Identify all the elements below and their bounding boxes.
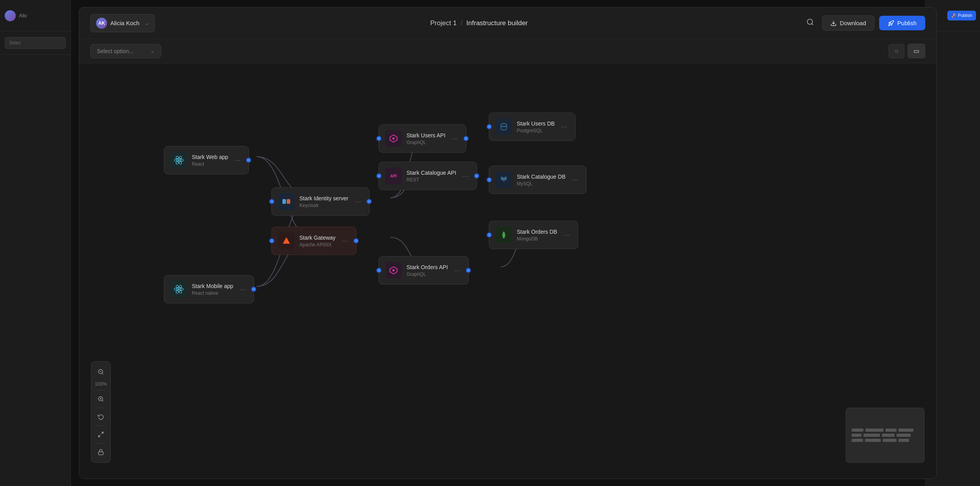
node-icon-keycloak	[278, 193, 295, 210]
minimap-block	[896, 434, 911, 437]
node-icon-orders-api	[385, 262, 402, 279]
input-dot-orders-db	[486, 232, 492, 238]
zoom-out-icon	[98, 369, 104, 375]
zoom-in-button[interactable]	[95, 393, 107, 405]
output-dot-web-app	[246, 157, 251, 163]
node-name-identity: Stark Identity server	[299, 195, 349, 201]
node-name-catalogue-api: Stark Catalogue API	[406, 170, 456, 176]
node-info-catalogue-db: Stark Catalogue DB MySQL	[517, 174, 566, 187]
main-modal: AK Alicia Koch ⌄ Project 1 / Infrastruct…	[79, 7, 937, 479]
output-dot-identity	[366, 199, 372, 204]
publish-button[interactable]: Publish	[879, 16, 925, 30]
shadow-panel-left: Alic Selec	[0, 0, 71, 486]
minimap-block	[865, 439, 881, 442]
lock-button[interactable]	[95, 446, 107, 458]
node-menu-web-app[interactable]: ⋯	[233, 156, 242, 165]
canvas[interactable]: Stark Web app React ⋯ Stark Mobile ap	[79, 63, 936, 479]
node-menu-catalogue-api[interactable]: ⋯	[461, 172, 470, 181]
zoom-divider	[97, 390, 105, 390]
node-menu-users-db[interactable]: ⋯	[559, 122, 569, 131]
fit-view-button[interactable]	[95, 428, 107, 441]
react-logo	[174, 155, 184, 165]
node-sub-orders-api: GraphQL	[406, 272, 448, 277]
zoom-controls: 100%	[91, 361, 111, 463]
download-button[interactable]: Download	[822, 15, 874, 31]
breadcrumb-separator: /	[460, 19, 462, 27]
node-sub-users-api: GraphQL	[406, 140, 445, 145]
node-menu-gateway[interactable]: ⋯	[340, 237, 350, 246]
minimap-block	[885, 429, 896, 432]
minimap-block	[883, 439, 896, 442]
circle-view-button[interactable]: ○	[889, 44, 904, 58]
publish-label: Publish	[897, 20, 917, 26]
right-publish-btn[interactable]: 🚀 Publish	[947, 11, 976, 20]
svg-marker-12	[283, 237, 290, 244]
node-menu-mobile-app[interactable]: ⋯	[238, 285, 247, 294]
search-button[interactable]	[803, 15, 817, 31]
node-stark-web-app[interactable]: Stark Web app React ⋯	[164, 146, 249, 174]
zoom-out-button[interactable]	[95, 366, 107, 378]
minimap-block	[852, 429, 863, 432]
minimap-block	[882, 434, 895, 437]
node-stark-mobile-app[interactable]: Stark Mobile app React native ⋯	[164, 275, 254, 303]
zoom-in-icon	[98, 396, 104, 402]
node-menu-identity[interactable]: ⋯	[353, 197, 363, 206]
output-dot-users-api	[463, 136, 469, 141]
node-info-orders-db: Stark Orders DB MongoDB	[517, 229, 557, 242]
shadow-select: Selec	[5, 37, 66, 49]
postgres-logo	[499, 122, 508, 131]
node-stark-users-api[interactable]: Stark Users API GraphQL ⋯	[379, 124, 466, 153]
node-icon-react	[171, 152, 187, 168]
minimap[interactable]	[846, 408, 924, 463]
node-icon-users-api	[385, 130, 402, 147]
minimap-block	[852, 434, 861, 437]
svg-line-24	[102, 400, 103, 401]
node-name-catalogue-db: Stark Catalogue DB	[517, 174, 566, 180]
node-menu-orders-db[interactable]: ⋯	[562, 231, 572, 240]
svg-line-21	[102, 373, 103, 374]
output-dot-gateway	[353, 238, 359, 244]
dropdown-chevron-icon: ⌄	[150, 48, 154, 54]
node-stark-users-db[interactable]: Stark Users DB PostgreSQL ⋯	[489, 113, 575, 141]
input-dot-orders-api	[376, 268, 382, 273]
zoom-divider-4	[97, 443, 105, 443]
node-menu-catalogue-db[interactable]: ⋯	[570, 176, 580, 185]
node-stark-orders-api[interactable]: Stark Orders API GraphQL ⋯	[379, 256, 469, 285]
svg-point-17	[501, 124, 507, 126]
minimap-block	[863, 434, 880, 437]
node-name-users-db: Stark Users DB	[517, 120, 555, 127]
minimap-block	[852, 439, 863, 442]
zoom-divider-2	[97, 408, 105, 408]
svg-point-0	[807, 19, 813, 24]
keycloak-logo	[282, 197, 291, 206]
toolbar-right: ○ ▭	[889, 44, 925, 58]
fit-view-icon	[98, 431, 104, 438]
node-stark-catalogue-db[interactable]: Stark Catalogue DB MySQL ⋯	[489, 166, 587, 194]
header: AK Alicia Koch ⌄ Project 1 / Infrastruct…	[79, 7, 936, 39]
svg-rect-11	[287, 199, 290, 204]
node-sub-catalogue-api: REST	[406, 177, 456, 183]
minimap-block	[898, 429, 913, 432]
node-menu-orders-api[interactable]: ⋯	[453, 266, 462, 275]
input-dot-users-api	[376, 136, 382, 141]
node-stark-catalogue-api[interactable]: API Stark Catalogue API REST ⋯	[379, 162, 477, 190]
svg-point-2	[178, 159, 180, 161]
project-name: Project 1	[430, 19, 457, 27]
react-native-logo	[174, 285, 184, 294]
svg-rect-29	[98, 452, 103, 455]
node-info-mobile-app: Stark Mobile app React native	[192, 283, 233, 296]
node-stark-orders-db[interactable]: Stark Orders DB MongoDB ⋯	[489, 221, 578, 249]
select-option-dropdown[interactable]: Select option... ⌄	[90, 44, 161, 58]
node-icon-catalogue-api: API	[385, 168, 402, 184]
node-sub-catalogue-db: MySQL	[517, 181, 566, 187]
node-name-web-app: Stark Web app	[192, 154, 228, 160]
select-placeholder: Select option...	[97, 48, 134, 54]
node-menu-users-api[interactable]: ⋯	[450, 134, 460, 143]
node-sub-orders-db: MongoDB	[517, 236, 557, 242]
history-button[interactable]	[95, 410, 107, 423]
rectangle-view-button[interactable]: ▭	[908, 44, 925, 58]
node-stark-identity-server[interactable]: Stark Identity server Keycloak ⋯	[271, 187, 369, 216]
user-selector[interactable]: AK Alicia Koch ⌄	[90, 14, 155, 32]
node-info-gateway: Stark Gateway Apache APISIX	[299, 235, 336, 248]
node-stark-gateway[interactable]: Stark Gateway Apache APISIX ⋯	[271, 227, 356, 255]
